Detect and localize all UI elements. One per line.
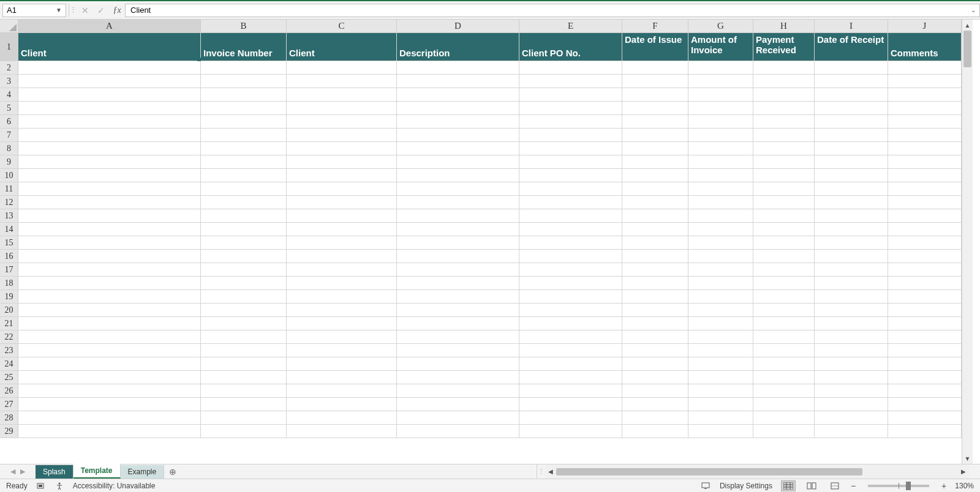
cell-G21[interactable] — [688, 317, 753, 330]
view-normal-button[interactable] — [781, 480, 796, 491]
cell-J24[interactable] — [888, 357, 962, 371]
cell-C13[interactable] — [287, 209, 397, 223]
cell-J4[interactable] — [888, 88, 962, 102]
cell-I19[interactable] — [815, 290, 888, 304]
cell-C9[interactable] — [287, 155, 397, 169]
cell-B19[interactable] — [201, 290, 287, 304]
cell-G7[interactable] — [688, 129, 753, 142]
cell-J19[interactable] — [888, 290, 962, 304]
horizontal-scroll-thumb[interactable] — [556, 468, 862, 475]
cell-E20[interactable] — [519, 304, 622, 317]
tab-split-handle[interactable]: ⋮ — [537, 464, 545, 479]
cell-C20[interactable] — [287, 304, 397, 317]
cell-C29[interactable] — [287, 425, 397, 438]
cell-F28[interactable] — [622, 411, 688, 425]
vertical-scroll-track[interactable] — [962, 31, 973, 453]
cell-G10[interactable] — [688, 169, 753, 182]
scroll-left-button[interactable]: ◀ — [545, 466, 556, 477]
cell-J18[interactable] — [888, 277, 962, 290]
cell-I7[interactable] — [815, 129, 888, 142]
row-header-13[interactable]: 13 — [0, 209, 18, 223]
cell-F11[interactable] — [622, 182, 688, 196]
cell-H1[interactable]: Payment Received — [753, 33, 815, 61]
cell-B1[interactable]: Invoice Number — [201, 33, 287, 61]
cell-I4[interactable] — [815, 88, 888, 102]
cell-G23[interactable] — [688, 344, 753, 357]
cell-H10[interactable] — [753, 169, 815, 182]
insert-function-button[interactable]: ƒx — [109, 4, 125, 17]
cell-F26[interactable] — [622, 384, 688, 398]
name-box[interactable]: A1 ▼ — [2, 4, 66, 17]
cell-E25[interactable] — [519, 371, 622, 384]
cell-I14[interactable] — [815, 223, 888, 236]
cell-J10[interactable] — [888, 169, 962, 182]
name-box-dropdown-icon[interactable]: ▼ — [56, 7, 62, 13]
cell-A19[interactable] — [18, 290, 201, 304]
cell-F14[interactable] — [622, 223, 688, 236]
scroll-down-button[interactable]: ▼ — [962, 453, 973, 464]
cell-I9[interactable] — [815, 155, 888, 169]
cell-B6[interactable] — [201, 115, 287, 129]
cell-G28[interactable] — [688, 411, 753, 425]
row-header-22[interactable]: 22 — [0, 330, 18, 344]
cell-I27[interactable] — [815, 398, 888, 411]
cell-C15[interactable] — [287, 236, 397, 250]
cell-H8[interactable] — [753, 142, 815, 155]
cell-E12[interactable] — [519, 196, 622, 209]
cell-D2[interactable] — [397, 61, 519, 75]
cell-F17[interactable] — [622, 263, 688, 277]
cell-A18[interactable] — [18, 277, 201, 290]
cell-G22[interactable] — [688, 330, 753, 344]
cell-H2[interactable] — [753, 61, 815, 75]
cell-D4[interactable] — [397, 88, 519, 102]
cell-D27[interactable] — [397, 398, 519, 411]
cell-E11[interactable] — [519, 182, 622, 196]
cell-F4[interactable] — [622, 88, 688, 102]
cell-I25[interactable] — [815, 371, 888, 384]
cell-J3[interactable] — [888, 75, 962, 88]
cell-D19[interactable] — [397, 290, 519, 304]
column-header-D[interactable]: D — [397, 20, 519, 33]
cell-I15[interactable] — [815, 236, 888, 250]
display-settings-icon[interactable] — [701, 481, 711, 491]
cell-B9[interactable] — [201, 155, 287, 169]
cell-J23[interactable] — [888, 344, 962, 357]
sheet-tab-example[interactable]: Example — [121, 465, 165, 479]
cell-H14[interactable] — [753, 223, 815, 236]
cell-G14[interactable] — [688, 223, 753, 236]
cell-B14[interactable] — [201, 223, 287, 236]
cell-F16[interactable] — [622, 250, 688, 263]
cell-H21[interactable] — [753, 317, 815, 330]
cell-A10[interactable] — [18, 169, 201, 182]
row-header-23[interactable]: 23 — [0, 344, 18, 357]
cell-C18[interactable] — [287, 277, 397, 290]
cell-G5[interactable] — [688, 102, 753, 115]
cell-B12[interactable] — [201, 196, 287, 209]
cell-B17[interactable] — [201, 263, 287, 277]
cell-E7[interactable] — [519, 129, 622, 142]
cell-F21[interactable] — [622, 317, 688, 330]
sheet-nav-buttons[interactable]: ◀ ▶ — [0, 464, 36, 479]
row-header-6[interactable]: 6 — [0, 115, 18, 129]
cell-G17[interactable] — [688, 263, 753, 277]
cell-B4[interactable] — [201, 88, 287, 102]
cell-D17[interactable] — [397, 263, 519, 277]
select-all-button[interactable] — [0, 20, 18, 33]
cell-A6[interactable] — [18, 115, 201, 129]
cell-I22[interactable] — [815, 330, 888, 344]
cell-J25[interactable] — [888, 371, 962, 384]
cell-I3[interactable] — [815, 75, 888, 88]
cell-H12[interactable] — [753, 196, 815, 209]
cell-C10[interactable] — [287, 169, 397, 182]
row-header-29[interactable]: 29 — [0, 425, 18, 438]
cell-F1[interactable]: Date of Issue — [622, 33, 688, 61]
cell-E29[interactable] — [519, 425, 622, 438]
cell-G4[interactable] — [688, 88, 753, 102]
cell-D20[interactable] — [397, 304, 519, 317]
cell-C17[interactable] — [287, 263, 397, 277]
cell-H13[interactable] — [753, 209, 815, 223]
row-header-28[interactable]: 28 — [0, 411, 18, 425]
cell-J6[interactable] — [888, 115, 962, 129]
view-page-layout-button[interactable] — [804, 480, 819, 491]
cell-G9[interactable] — [688, 155, 753, 169]
